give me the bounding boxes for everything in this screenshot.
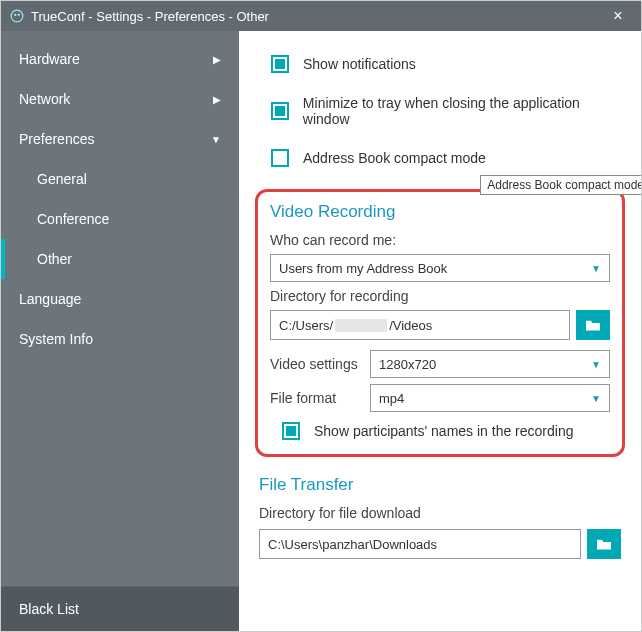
sidebar-subitem-general[interactable]: General bbox=[1, 159, 239, 199]
who-can-record-label: Who can record me: bbox=[270, 232, 610, 248]
sidebar: Hardware ▶ Network ▶ Preferences ▼ Gener… bbox=[1, 31, 239, 631]
svg-point-0 bbox=[11, 10, 23, 22]
checkbox-minimize-tray[interactable] bbox=[271, 102, 289, 120]
caret-down-icon: ▼ bbox=[591, 359, 601, 370]
chevron-right-icon: ▶ bbox=[213, 94, 221, 105]
checkbox-row-ab-compact: Address Book compact mode bbox=[271, 149, 627, 167]
section-title-video: Video Recording bbox=[270, 202, 610, 222]
who-can-record-select[interactable]: Users from my Address Book ▼ bbox=[270, 254, 610, 282]
sidebar-item-systeminfo[interactable]: System Info bbox=[1, 319, 239, 359]
sidebar-item-label: Preferences bbox=[19, 131, 94, 147]
sidebar-item-language[interactable]: Language bbox=[1, 279, 239, 319]
browse-folder-button[interactable] bbox=[576, 310, 610, 340]
sidebar-item-hardware[interactable]: Hardware ▶ bbox=[1, 39, 239, 79]
checkbox-row-show-names: Show participants' names in the recordin… bbox=[282, 422, 610, 440]
sidebar-subitem-conference[interactable]: Conference bbox=[1, 199, 239, 239]
title-bar: TrueConf - Settings - Preferences - Othe… bbox=[1, 1, 641, 31]
sidebar-item-network[interactable]: Network ▶ bbox=[1, 79, 239, 119]
sidebar-item-label: Language bbox=[19, 291, 81, 307]
section-title-filetransfer: File Transfer bbox=[259, 475, 627, 495]
file-format-label: File format bbox=[270, 390, 370, 406]
sidebar-item-preferences[interactable]: Preferences ▼ bbox=[1, 119, 239, 159]
window-title: TrueConf - Settings - Preferences - Othe… bbox=[31, 9, 603, 24]
download-dir-input[interactable]: C:\Users\panzhar\Downloads bbox=[259, 529, 581, 559]
checkbox-label: Minimize to tray when closing the applic… bbox=[303, 95, 627, 127]
checkbox-show-names[interactable] bbox=[282, 422, 300, 440]
video-settings-select[interactable]: 1280x720 ▼ bbox=[370, 350, 610, 378]
select-value: Users from my Address Book bbox=[279, 261, 447, 276]
sidebar-subitem-other[interactable]: Other bbox=[1, 239, 239, 279]
select-value: mp4 bbox=[379, 391, 404, 406]
checkbox-row-minimize: Minimize to tray when closing the applic… bbox=[271, 95, 627, 127]
content-pane: Show notifications Minimize to tray when… bbox=[239, 31, 641, 631]
caret-down-icon: ▼ bbox=[591, 263, 601, 274]
checkbox-row-notifications: Show notifications bbox=[271, 55, 627, 73]
video-settings-label: Video settings bbox=[270, 356, 370, 372]
checkbox-ab-compact[interactable] bbox=[271, 149, 289, 167]
chevron-right-icon: ▶ bbox=[213, 54, 221, 65]
recording-dir-label: Directory for recording bbox=[270, 288, 610, 304]
svg-point-2 bbox=[18, 14, 20, 16]
close-button[interactable]: × bbox=[603, 7, 633, 25]
checkbox-label: Address Book compact mode bbox=[303, 150, 486, 166]
sidebar-item-label: Hardware bbox=[19, 51, 80, 67]
redacted-text bbox=[335, 319, 387, 332]
sidebar-item-label: Network bbox=[19, 91, 70, 107]
file-format-select[interactable]: mp4 ▼ bbox=[370, 384, 610, 412]
sidebar-item-blacklist[interactable]: Black List bbox=[1, 586, 239, 631]
browse-download-folder-button[interactable] bbox=[587, 529, 621, 559]
sidebar-item-label: System Info bbox=[19, 331, 93, 347]
checkbox-label: Show participants' names in the recordin… bbox=[314, 423, 573, 439]
tooltip-ab-compact: Address Book compact mode bbox=[480, 175, 641, 195]
checkbox-label: Show notifications bbox=[303, 56, 416, 72]
checkbox-show-notifications[interactable] bbox=[271, 55, 289, 73]
select-value: 1280x720 bbox=[379, 357, 436, 372]
caret-down-icon: ▼ bbox=[591, 393, 601, 404]
svg-point-1 bbox=[14, 14, 16, 16]
video-recording-section: Video Recording Who can record me: Users… bbox=[255, 189, 625, 457]
chevron-down-icon: ▼ bbox=[211, 134, 221, 145]
recording-dir-input[interactable]: C:/Users//Videos bbox=[270, 310, 570, 340]
download-dir-label: Directory for file download bbox=[259, 505, 627, 521]
app-logo-icon bbox=[9, 8, 25, 24]
